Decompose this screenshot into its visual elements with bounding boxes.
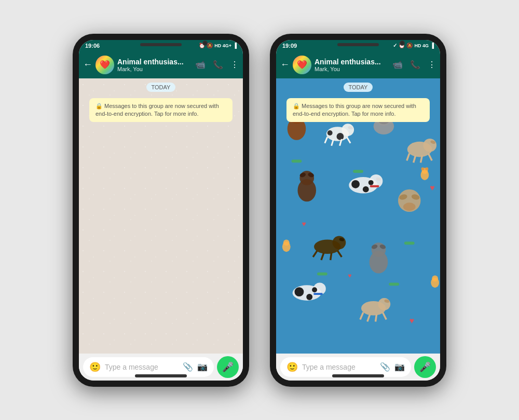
phone-2-chat-area: ♥ ♥ ♥ ♥ [276, 78, 440, 354]
phone-2-header-icons: 📹 📞 ⋮ [392, 60, 436, 70]
phone-1-attach-icon[interactable]: 📎 [183, 362, 193, 372]
phone-1-voice-call-icon[interactable]: 📞 [213, 60, 223, 70]
phone-1-header-icons: 📹 📞 ⋮ [195, 60, 239, 70]
phone-2-chat-header: ← ❤️ Animal enthusias... Mark, You 📹 📞 ⋮ [276, 51, 440, 78]
phone-1-mic-button[interactable]: 🎤 [217, 356, 239, 378]
phone-1-signal-icon: ▐ [233, 43, 237, 48]
phone-1-menu-icon[interactable]: ⋮ [230, 60, 239, 70]
phone-2-group-name[interactable]: Animal enthusias... [315, 58, 389, 66]
phone-2-message-input[interactable]: Type a message [302, 363, 376, 371]
phone-1-status-bar: 19:06 ⏰ 🔕 HD 4G+ ▐ [79, 40, 243, 51]
phone-1-encryption-notice[interactable]: 🔒 Messages to this group are now secured… [89, 98, 233, 123]
phone-2-status-bar: 19:09 ✓ ⏰ 🔕 HD 4G ▐ [276, 40, 440, 51]
phone-1-video-call-icon[interactable]: 📹 [195, 60, 206, 70]
phone-2-network-label: HD 4G [414, 43, 429, 48]
phone-2-time: 19:09 [282, 43, 297, 49]
phone-1-encryption-text: 🔒 Messages to this group are now secured… [95, 103, 219, 117]
phone-2-input-box[interactable]: 🙂 Type a message 📎 📷 [280, 357, 411, 377]
phone-1-screen: 19:06 ⏰ 🔕 HD 4G+ ▐ ← ❤️ Animal enthusias… [79, 40, 243, 381]
phone-1-emoji-button[interactable]: 🙂 [89, 361, 101, 373]
phone-1-chat-header: ← ❤️ Animal enthusias... Mark, You 📹 📞 ⋮ [79, 51, 243, 78]
phone-2-input-area: 🙂 Type a message 📎 📷 🎤 [276, 354, 440, 381]
phone-2-video-call-icon[interactable]: 📹 [392, 60, 403, 70]
phone-1-camera-icon[interactable]: 📷 [197, 362, 208, 372]
phone-2-mic-icon: 🎤 [419, 361, 431, 373]
phone-2-header-info: Animal enthusias... Mark, You [315, 58, 389, 72]
phone-2-emoji-button[interactable]: 🙂 [286, 361, 298, 373]
phone-2-avatar[interactable]: ❤️ [293, 56, 311, 74]
phone-2-camera-icon[interactable]: 📷 [394, 362, 405, 372]
phone-2-menu-icon[interactable]: ⋮ [428, 60, 436, 70]
phone-2: 19:09 ✓ ⏰ 🔕 HD 4G ▐ ← ❤️ Animal enthusia… [270, 34, 446, 387]
phone-1-group-name[interactable]: Animal enthusias... [117, 58, 192, 66]
phone-2-screen: 19:09 ✓ ⏰ 🔕 HD 4G ▐ ← ❤️ Animal enthusia… [276, 40, 440, 381]
phone-1-input-box[interactable]: 🙂 Type a message 📎 📷 [83, 357, 214, 377]
phone-1-date-badge: TODAY [79, 78, 243, 96]
phone-1-avatar-emoji: ❤️ [100, 60, 110, 70]
phone-2-check-icon: ✓ [393, 43, 397, 48]
phone-1-date-label: TODAY [146, 83, 176, 92]
phone-1-message-input[interactable]: Type a message [105, 363, 179, 371]
phone-2-date-label: TODAY [344, 83, 373, 92]
phone-2-mute-icon: 🔕 [406, 43, 413, 48]
phone-1-chat-area: TODAY 🔒 Messages to this group are now s… [79, 78, 243, 354]
phone-1-avatar[interactable]: ❤️ [95, 56, 114, 74]
phones-container: 19:06 ⏰ 🔕 HD 4G+ ▐ ← ❤️ Animal enthusias… [73, 34, 446, 387]
phone-1-back-button[interactable]: ← [83, 59, 92, 70]
phone-2-group-members: Mark, You [315, 66, 389, 72]
phone-1-network-label: HD 4G+ [214, 43, 231, 48]
phone-2-date-badge: TODAY [276, 78, 440, 96]
phone-1-time: 19:06 [85, 43, 100, 49]
phone-1: 19:06 ⏰ 🔕 HD 4G+ ▐ ← ❤️ Animal enthusias… [73, 34, 249, 387]
phone-1-mic-icon: 🎤 [222, 361, 234, 373]
phone-1-input-area: 🙂 Type a message 📎 📷 🎤 [79, 354, 243, 381]
phone-1-header-info: Animal enthusias... Mark, You [117, 58, 192, 72]
phone-1-chat-content: TODAY 🔒 Messages to this group are now s… [79, 78, 243, 354]
phone-1-group-members: Mark, You [117, 66, 192, 72]
phone-2-voice-call-icon[interactable]: 📞 [410, 60, 420, 70]
phone-2-signal-icon: ▐ [430, 43, 434, 48]
phone-2-camera [400, 40, 405, 46]
phone-2-encryption-text: 🔒 Messages to this group are now secured… [293, 103, 416, 117]
phone-2-encryption-notice[interactable]: 🔒 Messages to this group are now secured… [286, 98, 430, 123]
phone-2-back-button[interactable]: ← [280, 59, 290, 70]
phone-2-avatar-emoji: ❤️ [297, 60, 307, 70]
phone-2-attach-icon[interactable]: 📎 [380, 362, 390, 372]
phone-1-camera [202, 40, 208, 46]
phone-2-mic-button[interactable]: 🎤 [414, 356, 436, 378]
phone-2-chat-content: TODAY 🔒 Messages to this group are now s… [276, 78, 440, 354]
